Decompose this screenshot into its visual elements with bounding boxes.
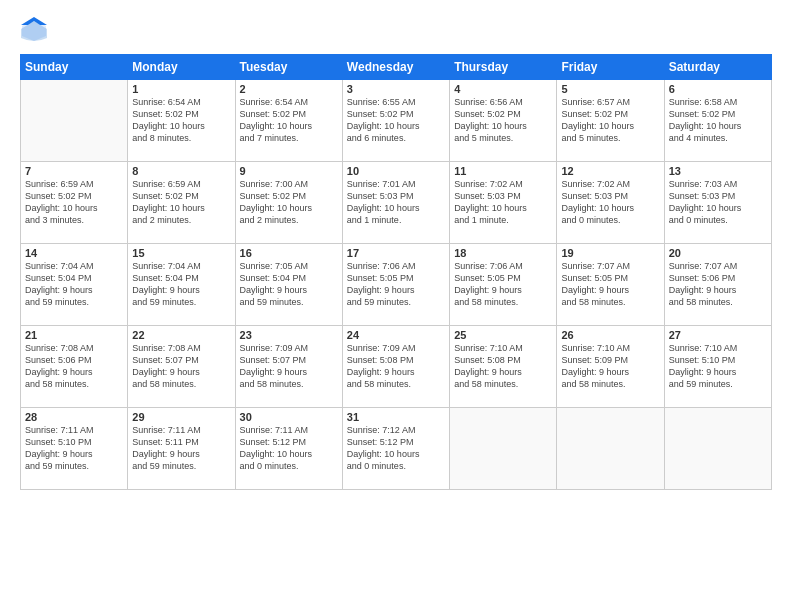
day-number: 11 (454, 165, 552, 177)
calendar-cell: 19Sunrise: 7:07 AMSunset: 5:05 PMDayligh… (557, 244, 664, 326)
day-info: Sunrise: 7:02 AMSunset: 5:03 PMDaylight:… (561, 178, 659, 227)
calendar-cell: 31Sunrise: 7:12 AMSunset: 5:12 PMDayligh… (342, 408, 449, 490)
col-header-thursday: Thursday (450, 55, 557, 80)
calendar-cell: 11Sunrise: 7:02 AMSunset: 5:03 PMDayligh… (450, 162, 557, 244)
calendar-cell: 10Sunrise: 7:01 AMSunset: 5:03 PMDayligh… (342, 162, 449, 244)
calendar-cell: 28Sunrise: 7:11 AMSunset: 5:10 PMDayligh… (21, 408, 128, 490)
day-info: Sunrise: 7:10 AMSunset: 5:08 PMDaylight:… (454, 342, 552, 391)
day-info: Sunrise: 7:11 AMSunset: 5:10 PMDaylight:… (25, 424, 123, 473)
calendar-cell: 25Sunrise: 7:10 AMSunset: 5:08 PMDayligh… (450, 326, 557, 408)
calendar-table: SundayMondayTuesdayWednesdayThursdayFrid… (20, 54, 772, 490)
day-info: Sunrise: 7:07 AMSunset: 5:06 PMDaylight:… (669, 260, 767, 309)
calendar-week-0: 1Sunrise: 6:54 AMSunset: 5:02 PMDaylight… (21, 80, 772, 162)
calendar-cell: 8Sunrise: 6:59 AMSunset: 5:02 PMDaylight… (128, 162, 235, 244)
day-number: 2 (240, 83, 338, 95)
calendar-cell: 16Sunrise: 7:05 AMSunset: 5:04 PMDayligh… (235, 244, 342, 326)
calendar-cell: 21Sunrise: 7:08 AMSunset: 5:06 PMDayligh… (21, 326, 128, 408)
day-info: Sunrise: 7:06 AMSunset: 5:05 PMDaylight:… (454, 260, 552, 309)
day-number: 3 (347, 83, 445, 95)
col-header-tuesday: Tuesday (235, 55, 342, 80)
day-number: 16 (240, 247, 338, 259)
calendar-cell: 29Sunrise: 7:11 AMSunset: 5:11 PMDayligh… (128, 408, 235, 490)
calendar-cell: 9Sunrise: 7:00 AMSunset: 5:02 PMDaylight… (235, 162, 342, 244)
day-number: 18 (454, 247, 552, 259)
day-info: Sunrise: 7:08 AMSunset: 5:07 PMDaylight:… (132, 342, 230, 391)
day-number: 24 (347, 329, 445, 341)
day-info: Sunrise: 7:07 AMSunset: 5:05 PMDaylight:… (561, 260, 659, 309)
col-header-wednesday: Wednesday (342, 55, 449, 80)
calendar-week-4: 28Sunrise: 7:11 AMSunset: 5:10 PMDayligh… (21, 408, 772, 490)
logo-icon (20, 16, 48, 44)
day-info: Sunrise: 6:59 AMSunset: 5:02 PMDaylight:… (25, 178, 123, 227)
day-info: Sunrise: 7:10 AMSunset: 5:10 PMDaylight:… (669, 342, 767, 391)
calendar-cell: 1Sunrise: 6:54 AMSunset: 5:02 PMDaylight… (128, 80, 235, 162)
day-number: 23 (240, 329, 338, 341)
day-info: Sunrise: 7:11 AMSunset: 5:12 PMDaylight:… (240, 424, 338, 473)
day-number: 10 (347, 165, 445, 177)
calendar-cell: 18Sunrise: 7:06 AMSunset: 5:05 PMDayligh… (450, 244, 557, 326)
day-number: 19 (561, 247, 659, 259)
calendar-cell: 3Sunrise: 6:55 AMSunset: 5:02 PMDaylight… (342, 80, 449, 162)
day-number: 1 (132, 83, 230, 95)
day-number: 28 (25, 411, 123, 423)
calendar-cell: 12Sunrise: 7:02 AMSunset: 5:03 PMDayligh… (557, 162, 664, 244)
calendar-cell: 4Sunrise: 6:56 AMSunset: 5:02 PMDaylight… (450, 80, 557, 162)
header (20, 16, 772, 44)
day-number: 14 (25, 247, 123, 259)
day-info: Sunrise: 6:54 AMSunset: 5:02 PMDaylight:… (240, 96, 338, 145)
col-header-monday: Monday (128, 55, 235, 80)
logo (20, 16, 52, 44)
calendar-cell: 15Sunrise: 7:04 AMSunset: 5:04 PMDayligh… (128, 244, 235, 326)
day-number: 17 (347, 247, 445, 259)
calendar-week-3: 21Sunrise: 7:08 AMSunset: 5:06 PMDayligh… (21, 326, 772, 408)
day-number: 21 (25, 329, 123, 341)
day-number: 9 (240, 165, 338, 177)
day-number: 8 (132, 165, 230, 177)
calendar-cell: 14Sunrise: 7:04 AMSunset: 5:04 PMDayligh… (21, 244, 128, 326)
col-header-friday: Friday (557, 55, 664, 80)
day-number: 12 (561, 165, 659, 177)
calendar-cell: 13Sunrise: 7:03 AMSunset: 5:03 PMDayligh… (664, 162, 771, 244)
calendar-cell (450, 408, 557, 490)
day-number: 25 (454, 329, 552, 341)
day-info: Sunrise: 7:05 AMSunset: 5:04 PMDaylight:… (240, 260, 338, 309)
calendar-cell: 26Sunrise: 7:10 AMSunset: 5:09 PMDayligh… (557, 326, 664, 408)
day-number: 31 (347, 411, 445, 423)
day-info: Sunrise: 7:10 AMSunset: 5:09 PMDaylight:… (561, 342, 659, 391)
day-info: Sunrise: 6:55 AMSunset: 5:02 PMDaylight:… (347, 96, 445, 145)
day-number: 5 (561, 83, 659, 95)
day-info: Sunrise: 7:12 AMSunset: 5:12 PMDaylight:… (347, 424, 445, 473)
calendar-cell: 27Sunrise: 7:10 AMSunset: 5:10 PMDayligh… (664, 326, 771, 408)
calendar-week-2: 14Sunrise: 7:04 AMSunset: 5:04 PMDayligh… (21, 244, 772, 326)
day-info: Sunrise: 6:58 AMSunset: 5:02 PMDaylight:… (669, 96, 767, 145)
day-info: Sunrise: 7:00 AMSunset: 5:02 PMDaylight:… (240, 178, 338, 227)
calendar-cell (21, 80, 128, 162)
calendar-cell: 23Sunrise: 7:09 AMSunset: 5:07 PMDayligh… (235, 326, 342, 408)
day-number: 29 (132, 411, 230, 423)
day-info: Sunrise: 7:03 AMSunset: 5:03 PMDaylight:… (669, 178, 767, 227)
day-info: Sunrise: 6:56 AMSunset: 5:02 PMDaylight:… (454, 96, 552, 145)
day-info: Sunrise: 7:04 AMSunset: 5:04 PMDaylight:… (25, 260, 123, 309)
day-info: Sunrise: 7:01 AMSunset: 5:03 PMDaylight:… (347, 178, 445, 227)
calendar-cell: 5Sunrise: 6:57 AMSunset: 5:02 PMDaylight… (557, 80, 664, 162)
day-number: 15 (132, 247, 230, 259)
day-info: Sunrise: 7:06 AMSunset: 5:05 PMDaylight:… (347, 260, 445, 309)
day-info: Sunrise: 7:11 AMSunset: 5:11 PMDaylight:… (132, 424, 230, 473)
day-info: Sunrise: 7:08 AMSunset: 5:06 PMDaylight:… (25, 342, 123, 391)
day-info: Sunrise: 7:02 AMSunset: 5:03 PMDaylight:… (454, 178, 552, 227)
calendar-cell: 6Sunrise: 6:58 AMSunset: 5:02 PMDaylight… (664, 80, 771, 162)
day-info: Sunrise: 7:09 AMSunset: 5:08 PMDaylight:… (347, 342, 445, 391)
calendar-cell (664, 408, 771, 490)
day-number: 27 (669, 329, 767, 341)
day-info: Sunrise: 6:57 AMSunset: 5:02 PMDaylight:… (561, 96, 659, 145)
calendar-cell: 2Sunrise: 6:54 AMSunset: 5:02 PMDaylight… (235, 80, 342, 162)
calendar-cell: 17Sunrise: 7:06 AMSunset: 5:05 PMDayligh… (342, 244, 449, 326)
day-number: 20 (669, 247, 767, 259)
calendar-week-1: 7Sunrise: 6:59 AMSunset: 5:02 PMDaylight… (21, 162, 772, 244)
page: SundayMondayTuesdayWednesdayThursdayFrid… (0, 0, 792, 612)
col-header-saturday: Saturday (664, 55, 771, 80)
day-info: Sunrise: 6:54 AMSunset: 5:02 PMDaylight:… (132, 96, 230, 145)
col-header-sunday: Sunday (21, 55, 128, 80)
calendar-cell: 24Sunrise: 7:09 AMSunset: 5:08 PMDayligh… (342, 326, 449, 408)
day-number: 4 (454, 83, 552, 95)
